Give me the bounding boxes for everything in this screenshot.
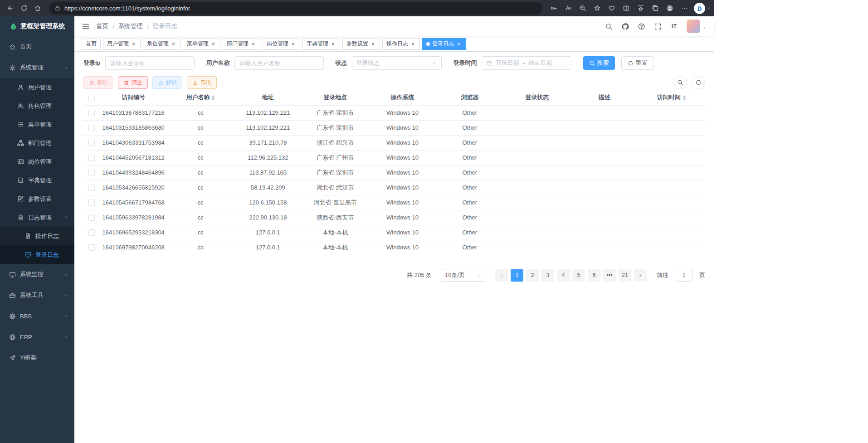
more-icon[interactable] (678, 2, 691, 15)
breadcrumb-home[interactable]: 首页 (96, 22, 108, 30)
close-icon[interactable]: × (131, 41, 137, 47)
close-icon[interactable]: × (210, 41, 216, 47)
address-bar[interactable]: https://ccnetcore.com:1101/system/log/lo… (49, 2, 542, 15)
copilot-icon[interactable]: b (694, 3, 705, 14)
delete-button[interactable]: 删除 (83, 76, 113, 89)
sidebar-item-login-log[interactable]: 登录日志 (0, 245, 74, 264)
sidebar-item-home[interactable]: 首页 (0, 36, 74, 57)
url-text[interactable]: https://ccnetcore.com:1101/system/log/lo… (64, 5, 190, 12)
split-screen-icon[interactable] (619, 2, 633, 15)
sidebar-item-menu-management[interactable]: 菜单管理 (0, 115, 74, 134)
close-icon[interactable]: × (370, 41, 376, 47)
close-icon[interactable]: × (456, 41, 462, 47)
select-all-checkbox[interactable] (88, 95, 95, 101)
sidebar-item-dict-management[interactable]: 字典管理 (0, 171, 74, 190)
pager-page-6[interactable]: 6 (588, 269, 600, 282)
close-icon[interactable]: × (250, 41, 256, 47)
row-checkbox[interactable] (88, 200, 95, 206)
status-select[interactable]: 登录状态 (352, 56, 442, 70)
table-row[interactable]: 1641059633978281984cc222.90.130.18陕西省-西安… (83, 210, 705, 225)
hamburger-icon[interactable] (82, 22, 90, 30)
reset-button[interactable]: 重置 (621, 56, 654, 70)
row-checkbox[interactable] (88, 140, 95, 146)
tab-role-management[interactable]: 角色管理× (143, 38, 180, 50)
column-header-time[interactable]: 访问时间 (638, 90, 705, 105)
row-checkbox[interactable] (88, 125, 95, 131)
pager-ellipsis[interactable]: ••• (603, 269, 616, 282)
pager-page-21[interactable]: 21 (619, 269, 631, 282)
search-button[interactable]: 搜索 (583, 56, 615, 70)
pager-page-4[interactable]: 4 (557, 269, 570, 282)
favorites-icon[interactable] (590, 2, 604, 15)
question-icon[interactable] (638, 23, 645, 30)
close-icon[interactable]: × (290, 41, 296, 47)
back-icon[interactable] (4, 2, 17, 15)
sidebar-item-user-management[interactable]: 用户管理 (0, 78, 74, 97)
tab-login-log[interactable]: 登录日志× (422, 38, 466, 50)
table-row[interactable]: 1641044993248464896cc113.87.92.165广东省-深圳… (83, 165, 705, 180)
pager-page-5[interactable]: 5 (572, 269, 585, 282)
read-aloud-icon[interactable] (561, 2, 575, 15)
tab-dept-management[interactable]: 部门管理× (223, 38, 260, 50)
user-menu[interactable] (687, 19, 707, 33)
pager-prev-button[interactable]: ‹ (495, 269, 508, 282)
page-size-select[interactable]: 10条/页 (441, 269, 486, 282)
pager-page-1[interactable]: 1 (511, 269, 523, 282)
tab-home[interactable]: 首页 (82, 38, 101, 50)
table-row[interactable]: 1641031533185863680cc113.102.129.221广东省-… (83, 120, 705, 135)
table-row[interactable]: 1641069798270046208cc127.0.0.1本地-本机Windo… (83, 240, 705, 255)
fullscreen-icon[interactable] (654, 23, 662, 30)
zoom-out-icon[interactable] (576, 2, 590, 15)
favorites-bar-icon[interactable] (634, 2, 648, 15)
table-row[interactable]: 1641043063331753984cc39.171.210.78浙江省-绍兴… (83, 135, 705, 150)
row-checkbox[interactable] (88, 214, 95, 221)
clear-button[interactable]: 清空 (118, 76, 148, 89)
close-icon[interactable]: × (410, 41, 416, 47)
unlock-button[interactable]: 解锁 (152, 76, 182, 89)
sidebar-item-role-management[interactable]: 角色管理 (0, 97, 74, 115)
tab-user-management[interactable]: 用户管理× (103, 38, 141, 50)
export-button[interactable]: 导出 (187, 76, 217, 89)
tab-param-settings[interactable]: 参数设置× (342, 38, 380, 50)
row-checkbox[interactable] (88, 155, 95, 161)
sidebar-item-system-monitor[interactable]: 系统监控 (0, 264, 74, 285)
toggle-search-button[interactable] (673, 76, 687, 89)
reload-icon[interactable] (17, 2, 31, 15)
sidebar-item-system-tools[interactable]: 系统工具 (0, 285, 74, 306)
pager-next-button[interactable]: › (634, 269, 647, 282)
github-icon[interactable] (621, 23, 629, 30)
sidebar-item-log-management[interactable]: 日志管理 (0, 208, 74, 227)
sidebar-item-param-settings[interactable]: 参数设置 (0, 190, 74, 208)
table-row[interactable]: 1641053426655825920cc58.19.42.209湖北省-武汉市… (83, 180, 705, 195)
table-row[interactable]: 1641031367863177216cc113.102.129.221广东省-… (83, 105, 705, 120)
sidebar-item-bbs[interactable]: BBS (0, 306, 74, 326)
sidebar-item-system-management[interactable]: 系统管理 (0, 57, 74, 78)
row-checkbox[interactable] (88, 244, 95, 251)
pager-page-2[interactable]: 2 (526, 269, 539, 282)
column-header-user[interactable]: 用户名称 (167, 90, 234, 105)
search-icon[interactable] (605, 23, 613, 30)
refresh-table-button[interactable] (692, 76, 705, 89)
sidebar-item-yi-framework[interactable]: Yi框架 (0, 347, 74, 368)
avatar[interactable] (687, 19, 700, 33)
collections-icon[interactable] (649, 2, 662, 15)
row-checkbox[interactable] (88, 110, 95, 116)
login-ip-input[interactable] (105, 56, 195, 70)
home-icon[interactable] (31, 2, 44, 15)
sidebar-item-operation-log[interactable]: 操作日志 (0, 227, 74, 245)
sidebar-item-erp[interactable]: ERP (0, 326, 74, 347)
table-row[interactable]: 1641069652933218304cc127.0.0.1本地-本机Windo… (83, 225, 705, 240)
username-input[interactable] (234, 56, 324, 70)
table-row[interactable]: 1641044520567181312cc112.96.225.132广东省-广… (83, 150, 705, 165)
close-icon[interactable]: × (330, 41, 336, 47)
font-size-icon[interactable]: tT (670, 23, 678, 30)
chevron-down-icon[interactable] (706, 6, 711, 10)
sort-icon[interactable] (211, 95, 215, 101)
table-row[interactable]: 1641054566717984768cc120.6.150.158河北省-秦皇… (83, 195, 705, 210)
tab-menu-management[interactable]: 菜单管理× (183, 38, 220, 50)
sort-icon[interactable] (683, 95, 686, 101)
key-icon[interactable] (547, 2, 561, 15)
goto-page-input[interactable] (675, 269, 693, 282)
pager-page-3[interactable]: 3 (541, 269, 554, 282)
sidebar-item-post-management[interactable]: 岗位管理 (0, 152, 74, 171)
